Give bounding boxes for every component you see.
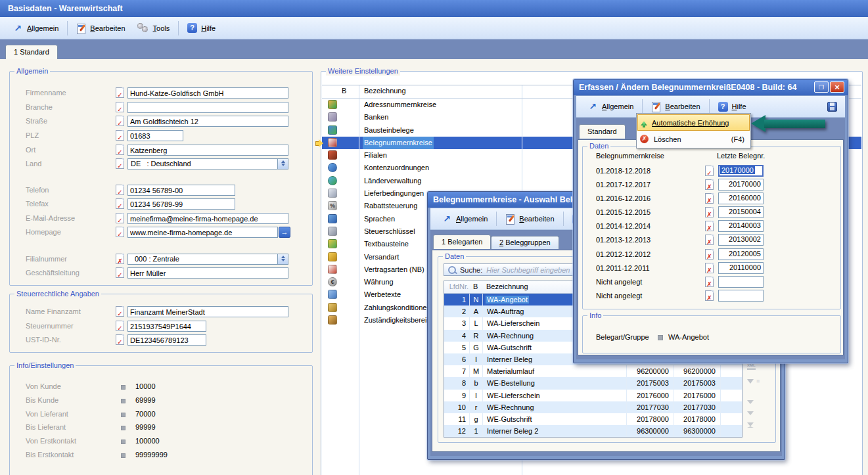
range-toggle-icon[interactable] [705,193,714,204]
info-row: Von Erstkontakt 100000 [10,435,312,449]
last-number-input[interactable]: 20160000 [718,192,764,204]
land-select[interactable]: DE : Deutschland [127,158,288,170]
doc-check-button[interactable] [116,198,124,209]
close-window-icon[interactable] [830,81,844,93]
doc-check-button[interactable] [116,145,124,155]
tab-standard[interactable]: Standard [579,124,626,139]
bank-icon [328,112,337,122]
beleg-row[interactable]: 11 g WE-Gutschrift 20178000 20178000 [444,413,742,425]
homepage-input[interactable] [127,227,278,238]
tax-key-icon [328,227,337,236]
beleg-row[interactable]: 10 r WE-Rechnung 20177030 20177030 [444,401,742,413]
restore-window-icon[interactable] [814,81,829,93]
telefon-input[interactable] [127,185,235,196]
doc-check-button[interactable] [116,213,124,223]
last-number-input[interactable]: 20110000 [718,262,764,274]
column-header-letzte-belegnr: Letzte Belegnr. [717,152,765,160]
tab-standard[interactable]: 1 Standard [5,45,58,59]
xml-export-icon[interactable]: XML [747,363,756,370]
open-homepage-icon[interactable] [279,227,290,238]
save-icon[interactable] [827,102,837,112]
range-toggle-icon[interactable] [705,166,714,176]
group-legend: Daten [443,252,466,261]
beleg-row[interactable]: 7 M Materialumlauf 96200000 96200000 [444,365,742,377]
range-toggle-icon[interactable] [705,221,714,231]
range-label: 01.2014-12.2014 [596,222,651,230]
last-number-input[interactable]: 20150004 [718,206,764,218]
beleg-row[interactable]: 8 b WE-Bestellung 20175003 20175003 [444,377,742,389]
scroll-bottom-icon[interactable] [747,422,754,428]
doc-check-button[interactable] [116,130,124,141]
spinner-buttons[interactable] [277,159,288,169]
telefax-input[interactable] [127,198,235,210]
geschaeftsleitung-input[interactable] [127,267,288,279]
steuernummer-input[interactable] [127,321,206,332]
range-toggle-icon[interactable] [705,263,714,273]
edit-dialog-panel: Daten Belegnummernkreise Letzte Belegnr.… [578,139,844,355]
hilfe-menu-button[interactable]: Hilfe [181,20,221,37]
strasse-input[interactable] [127,116,288,127]
allgemein-menu-button[interactable]: Allgemein [436,210,493,227]
range-toggle-icon[interactable] [705,249,714,260]
doc-check-button[interactable] [116,267,124,278]
doc-check-button[interactable] [116,227,124,237]
plz-input[interactable] [127,130,183,141]
globe-icon [328,176,337,185]
last-number-input[interactable]: 20130002 [718,234,764,246]
info-label: Bis Kunde [26,396,58,404]
item-label: Rabattsteuerung [364,200,417,212]
info-label: Von Kunde [26,382,61,390]
scroll-down-icon[interactable] [747,400,754,407]
doc-check-button[interactable] [116,116,124,126]
field-label: Homepage [26,228,61,236]
ustid-input[interactable] [127,334,206,346]
range-toggle-icon[interactable] [705,277,714,287]
beleg-row[interactable]: 12 1 Interner Beleg 2 96300000 96300000 [444,425,742,437]
branche-input[interactable] [127,102,288,113]
last-number-input[interactable]: 20170000 [718,165,764,177]
doc-check-button[interactable] [116,321,124,331]
filialnummer-select[interactable]: 000 : Zentrale [127,254,288,265]
tab-belegarten[interactable]: 1 Belegarten [433,235,491,249]
range-toggle-icon[interactable] [705,179,714,190]
last-number-input[interactable]: 20140003 [718,220,764,232]
range-toggle-icon[interactable] [705,235,714,245]
spinner-buttons[interactable] [277,254,288,264]
last-number-input[interactable]: 20170000 [718,179,764,191]
doc-check-button[interactable] [116,102,124,112]
doc-x-button[interactable] [116,254,124,264]
field-label: Land [26,160,41,168]
doc-check-button[interactable] [116,87,124,98]
document-numbers-icon [328,138,337,147]
beleg-row[interactable]: 9 l WE-Lieferschein 20176000 20176000 [444,390,742,401]
info-value: 99999 [135,423,156,431]
bearbeiten-menu-button[interactable]: Bearbeiten [499,210,560,227]
ort-input[interactable] [127,145,288,156]
allgemein-menu-button[interactable]: Allgemein [582,98,639,115]
range-toggle-icon[interactable] [705,207,714,217]
field-label: Telefax [26,200,49,208]
menu-item-automatische-erhoehung[interactable]: Automatische Erhöhung [637,114,750,131]
bearbeiten-menu-button[interactable]: Bearbeiten [70,20,131,37]
field-label: Firmenname [26,89,66,97]
allgemein-menu-button[interactable]: Allgemein [7,20,64,37]
doc-check-button[interactable] [116,306,124,317]
doc-check-button[interactable] [116,185,124,195]
last-number-input[interactable]: 20120005 [718,248,764,260]
filter-icon[interactable] [747,379,754,384]
menu-item-loeschen[interactable]: Löschen (F4) [637,131,750,147]
toolbar-separator [642,99,643,114]
email-input[interactable] [127,213,288,224]
tab-beleggruppen[interactable]: 2 Beleggruppen [491,236,559,249]
last-number-input[interactable] [718,290,764,302]
firmenname-input[interactable] [127,87,288,99]
group-daten: Daten Belegnummernkreise Letzte Belegnr.… [582,146,841,309]
doc-check-button[interactable] [116,158,124,169]
last-number-input[interactable] [718,276,764,288]
window-buttons [814,81,844,93]
doc-check-button[interactable] [116,334,124,345]
range-toggle-icon[interactable] [705,290,714,301]
tools-menu-button[interactable]: Tools [131,20,176,37]
scroll-page-down-icon[interactable] [747,411,754,418]
finanzamt-input[interactable] [127,306,288,317]
